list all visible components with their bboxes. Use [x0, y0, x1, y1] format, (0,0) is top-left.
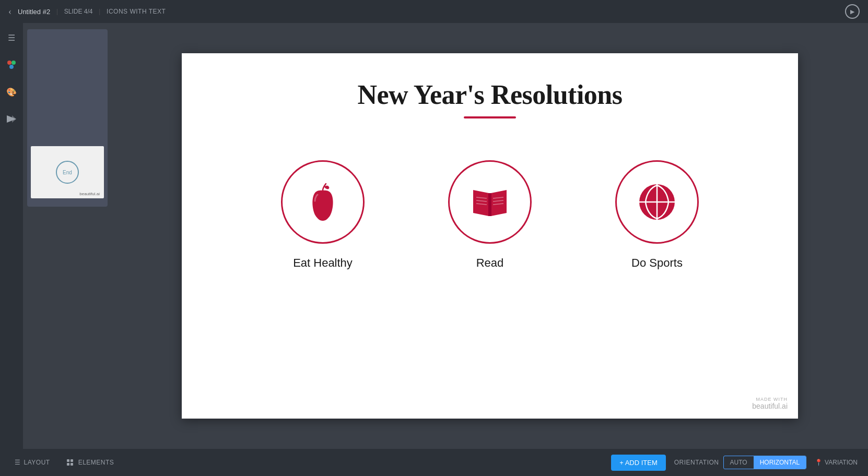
slide-thumbnail[interactable]: End beautiful.ai	[27, 29, 108, 207]
do-sports-circle	[615, 160, 699, 244]
sidebar: ☰ 🎨	[0, 23, 23, 449]
top-bar: ‹ Untitled #2 | SLIDE 4/4 | ICONS WITH T…	[0, 0, 868, 23]
icon-item-eat-healthy[interactable]: Eat Healthy	[281, 160, 365, 270]
document-title[interactable]: Untitled #2	[18, 8, 50, 16]
icon-item-do-sports[interactable]: Do Sports	[615, 160, 699, 270]
svg-point-2	[9, 65, 14, 69]
watermark-brand-text: beautiful.ai	[752, 402, 788, 410]
orientation-label: ORIENTATION	[674, 459, 719, 466]
add-item-button[interactable]: + ADD ITEM	[611, 455, 666, 471]
svg-rect-5	[488, 193, 491, 216]
svg-point-0	[7, 61, 11, 65]
eat-healthy-label: Eat Healthy	[293, 256, 353, 270]
title-underline	[464, 116, 516, 118]
bottom-bar: ☰ LAYOUT ELEMENTS + ADD ITEM ORIENTATION…	[0, 449, 868, 476]
location-icon: 📍	[815, 459, 823, 466]
back-button[interactable]: ‹	[8, 6, 11, 17]
thumbnail-inner: End beautiful.ai	[31, 146, 104, 198]
read-label: Read	[476, 256, 504, 270]
sidebar-colors-icon[interactable]	[3, 56, 20, 73]
eat-healthy-circle	[281, 160, 365, 244]
svg-marker-4	[12, 115, 16, 123]
icons-row: Eat Healthy	[281, 160, 699, 270]
orientation-group: ORIENTATION AUTO HORIZONTAL	[674, 456, 806, 469]
orientation-tabs: AUTO HORIZONTAL	[723, 456, 807, 469]
main-area: ☰ 🎨 End beautiful.ai	[0, 23, 868, 449]
slide-title: New Year's Resolutions	[357, 79, 622, 110]
sidebar-menu-icon[interactable]: ☰	[3, 29, 20, 46]
variation-label: VARIATION	[825, 459, 858, 466]
variation-button[interactable]: 📍 VARIATION	[815, 459, 858, 466]
sidebar-palette-icon[interactable]: 🎨	[3, 84, 20, 100]
svg-point-1	[11, 61, 16, 65]
layout-label: LAYOUT	[24, 459, 50, 466]
icon-item-read[interactable]: Read	[448, 160, 532, 270]
end-circle: End	[56, 161, 79, 184]
canvas-area: New Year's Resolutions	[112, 23, 868, 449]
thumbnail-watermark: beautiful.ai	[79, 192, 100, 196]
sidebar-present-icon[interactable]	[3, 111, 20, 127]
separator-1: |	[56, 7, 58, 16]
horizontal-tab[interactable]: HORIZONTAL	[754, 456, 806, 469]
slide-panel: End beautiful.ai	[23, 23, 112, 449]
separator-2: |	[99, 7, 100, 16]
slide-info: SLIDE 4/4	[64, 8, 93, 15]
layout-icon: ☰	[15, 459, 21, 466]
layout-button[interactable]: ☰ LAYOUT	[10, 457, 54, 468]
elements-label: ELEMENTS	[78, 459, 114, 466]
layout-name: ICONS WITH TEXT	[107, 8, 166, 15]
play-button[interactable]: ▶	[845, 4, 860, 19]
watermark-made-text: MADE WITH	[752, 397, 788, 402]
slide-canvas[interactable]: New Year's Resolutions	[182, 53, 798, 419]
do-sports-label: Do Sports	[631, 256, 683, 270]
read-circle	[448, 160, 532, 244]
elements-button[interactable]: ELEMENTS	[63, 457, 119, 468]
elements-icon	[67, 459, 73, 466]
auto-tab[interactable]: AUTO	[724, 456, 754, 469]
watermark: MADE WITH beautiful.ai	[752, 397, 788, 410]
